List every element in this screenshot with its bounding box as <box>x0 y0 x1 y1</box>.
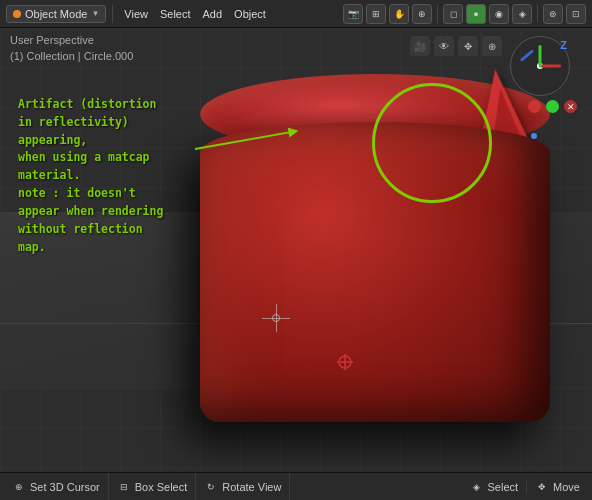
menu-object[interactable]: Object <box>229 6 271 22</box>
3d-cursor[interactable] <box>270 312 282 324</box>
menu-add[interactable]: Add <box>198 6 228 22</box>
gizmo-x-axis <box>539 65 561 68</box>
mode-dot <box>13 10 21 18</box>
hand-icon[interactable]: ✋ <box>389 4 409 24</box>
rgb-dots-row: ✕ <box>528 100 577 113</box>
top-toolbar: Object Mode ▼ View Select Add Object 📷 ⊞… <box>0 0 592 28</box>
select-button[interactable]: ◈ Select <box>462 480 528 494</box>
box-select-button[interactable]: ⊟ Box Select <box>109 473 197 500</box>
viewport-view-icon[interactable]: 👁 <box>434 36 454 56</box>
shading-solid-icon[interactable]: ● <box>466 4 486 24</box>
3d-cursor-dot <box>272 314 280 322</box>
cursor-bottom-icon: ⊕ <box>12 480 26 494</box>
overlay-icon[interactable]: ⊚ <box>543 4 563 24</box>
toolbar-right: 📷 ⊞ ✋ ⊕ ◻ ● ◉ ◈ ⊚ ⊡ <box>343 4 586 24</box>
viewport-perspective-label: User Perspective <box>10 34 94 46</box>
object-body <box>200 122 550 422</box>
viewport: Artifact (distortion in reflectivity) ap… <box>0 28 592 472</box>
sep2 <box>437 5 438 23</box>
rotate-view-icon: ↻ <box>204 480 218 494</box>
mode-selector[interactable]: Object Mode ▼ <box>6 5 106 23</box>
set-3d-cursor-button[interactable]: ⊕ Set 3D Cursor <box>4 473 109 500</box>
viewport-icons: 🎥 👁 ✥ ⊕ <box>410 36 502 56</box>
green-dot <box>546 100 559 113</box>
box-select-label: Box Select <box>135 481 188 493</box>
x-icon: ✕ <box>564 100 577 113</box>
menu-view[interactable]: View <box>119 6 153 22</box>
mode-label: Object Mode <box>25 8 87 20</box>
mode-arrow-icon: ▼ <box>91 9 99 18</box>
viewport-collection-label: (1) Collection | Circle.000 <box>10 50 133 62</box>
cursor-tool-icon[interactable]: ⊕ <box>412 4 432 24</box>
toolbar-separator <box>112 5 113 23</box>
shading-wire-icon[interactable]: ◻ <box>443 4 463 24</box>
origin-cursor <box>335 352 355 372</box>
shading-render-icon[interactable]: ◈ <box>512 4 532 24</box>
gizmo-circle[interactable]: Z <box>510 36 570 96</box>
camera-icon[interactable]: 📷 <box>343 4 363 24</box>
shading-mat-icon[interactable]: ◉ <box>489 4 509 24</box>
rotate-view-button[interactable]: ↻ Rotate View <box>196 473 290 500</box>
blue-indicator-dot <box>531 133 537 139</box>
set-3d-cursor-label: Set 3D Cursor <box>30 481 100 493</box>
select-icon: ◈ <box>470 480 484 494</box>
bottom-toolbar: ⊕ Set 3D Cursor ⊟ Box Select ↻ Rotate Vi… <box>0 472 592 500</box>
move-button[interactable]: ✥ Move <box>527 480 588 494</box>
annotation-text: Artifact (distortion in reflectivity) ap… <box>18 96 198 256</box>
red-dot <box>528 100 541 113</box>
gizmo-y-axis <box>539 45 542 67</box>
rotate-view-label: Rotate View <box>222 481 281 493</box>
sep3 <box>537 5 538 23</box>
xray-icon[interactable]: ⊡ <box>566 4 586 24</box>
bottom-toolbar-right: ◈ Select ✥ Move <box>462 480 588 494</box>
viewport-camera-icon[interactable]: 🎥 <box>410 36 430 56</box>
viewport-cursor-icon[interactable]: ⊕ <box>482 36 502 56</box>
viewport-gizmo[interactable]: Z <box>510 36 580 106</box>
toolbar-menu: View Select Add Object <box>119 6 271 22</box>
viewport-lock-icon[interactable]: ✥ <box>458 36 478 56</box>
box-select-icon: ⊟ <box>117 480 131 494</box>
gizmo-z-axis <box>520 50 534 63</box>
move-label: Move <box>553 481 580 493</box>
select-label: Select <box>488 481 519 493</box>
gizmo-z-label: Z <box>560 39 567 51</box>
menu-select[interactable]: Select <box>155 6 196 22</box>
grid-icon[interactable]: ⊞ <box>366 4 386 24</box>
move-icon: ✥ <box>535 480 549 494</box>
